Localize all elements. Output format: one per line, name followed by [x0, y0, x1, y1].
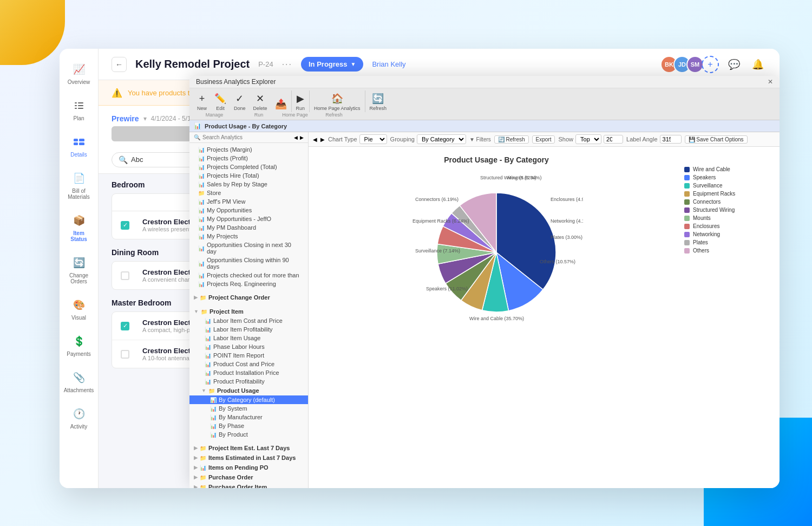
tree-item-by-system[interactable]: 📊 By System [189, 404, 308, 413]
export-button[interactable]: Export [532, 135, 555, 144]
sidebar-nav-prev[interactable]: ◀ [294, 135, 298, 140]
product-usage-label-bar: 📊 Product Usage - By Category [189, 120, 780, 132]
tree-header-items-pending[interactable]: ▶ 📊 Items on Pending PO [189, 463, 308, 472]
legend-label-networking: Networking [693, 231, 720, 237]
payments-icon: 💲 [71, 334, 87, 349]
tree-item-opp-90[interactable]: 📊 Opportunities Closing within 90 days [189, 256, 308, 271]
legend-label-mounts: Mounts [693, 215, 711, 221]
pie-container: Product Usage - By Category Enclosures (… [317, 155, 676, 479]
tree-item-sales[interactable]: 📊 Sales by Rep by Stage [189, 180, 308, 189]
row-checkbox-3[interactable]: ✓ [121, 322, 129, 330]
tree-header-purchase-order[interactable]: ▶ 📁 Purchase Order [189, 472, 308, 482]
tree-item-hire[interactable]: 📊 Projects Hire (Total) [189, 171, 308, 180]
status-badge[interactable]: In Progress ▼ [301, 57, 363, 72]
tree-item-labor-cost[interactable]: 📊 Labor Item Cost and Price [189, 316, 308, 325]
tree-header-purchase-order-item[interactable]: ▶ 📁 Purchase Order Item [189, 482, 308, 488]
add-avatar-button[interactable]: + [702, 56, 719, 73]
tree-item-labor-usage[interactable]: 📊 Labor Item Usage [189, 334, 308, 342]
sidebar-item-visual[interactable]: 🎨 Visual [63, 293, 95, 325]
tree-item-product-cost[interactable]: 📊 Product Cost and Price [189, 360, 308, 368]
alert-icon: ⚠️ [112, 88, 122, 98]
toolbar-sep-1 [291, 90, 292, 112]
tree-item-product-profit[interactable]: 📊 Product Profitability [189, 377, 308, 386]
row-checkbox-4[interactable] [121, 350, 129, 359]
share-icon: 📤 [275, 98, 287, 110]
row-checkbox-1[interactable]: ✓ [121, 221, 129, 230]
sidebar-search-input[interactable] [202, 134, 292, 140]
chart-type-select[interactable]: Pie Bar Line [359, 134, 387, 144]
tree-header-proj-item-est[interactable]: ▶ 📁 Project Item Est. Last 7 Days [189, 443, 308, 453]
tree-item-proj-req[interactable]: 📊 Projects Req. Engineering [189, 280, 308, 288]
more-button[interactable]: ··· [282, 60, 292, 69]
toolbar-homepage-analytics[interactable]: 🏠 Home Page Analytics [311, 92, 364, 112]
toolbar-delete[interactable]: ✕ Delete [250, 92, 271, 112]
refresh-chart-button[interactable]: 🔄 Refresh [494, 135, 529, 144]
tree-header-product-usage[interactable]: ▼ 📁 Product Usage [189, 386, 308, 395]
chart-nav-prev[interactable]: ◀ [313, 137, 317, 142]
sidebar-item-change-orders[interactable]: 🔄 Change Orders [63, 251, 95, 289]
tree-item-opp-30[interactable]: 📊 Opportunities Closing in next 30 day [189, 241, 308, 256]
tree-header-change-order[interactable]: ▶ 📁 Project Change Order [189, 293, 308, 302]
legend-plates: Plates [684, 239, 771, 245]
label-angle-input[interactable] [660, 135, 682, 144]
tree-item-store[interactable]: 📁 Store [189, 189, 308, 197]
sidebar-item-payments[interactable]: 💲 Payments [63, 329, 95, 361]
visual-label: Visual [71, 315, 86, 321]
sidebar-item-item-status[interactable]: 📦 Item Status [63, 209, 95, 246]
tree-item-pm-view[interactable]: 📊 Jeff's PM View [189, 197, 308, 206]
toolbar-refresh[interactable]: 🔄 Refresh [366, 92, 390, 112]
tree-item-pm-dashboard[interactable]: 📊 My PM Dashboard [189, 223, 308, 232]
chat-button[interactable]: 💬 [725, 56, 743, 73]
row-checkbox-2[interactable] [121, 271, 129, 280]
grouping-select[interactable]: By Category [417, 134, 466, 144]
prewire-label[interactable]: Prewire [112, 114, 139, 123]
sidebar-item-bom[interactable]: 📄 Bill of Materials [63, 166, 95, 204]
tree-header-project-item[interactable]: ▼ 📁 Project Item [189, 307, 308, 316]
show-select[interactable]: Top [575, 134, 601, 144]
manage-label: Manage [194, 112, 235, 118]
toolbar-new[interactable]: + New [194, 92, 210, 112]
tree-item-proj-checked[interactable]: 📊 Projects checked out for more than [189, 271, 308, 280]
sidebar-nav-next[interactable]: ▶ [300, 135, 304, 140]
analytics-close-button[interactable]: ✕ [768, 78, 773, 86]
sidebar-item-attachments[interactable]: 📎 Attachments [63, 366, 95, 398]
tree-item-margin[interactable]: 📊 Projects (Margin) [189, 145, 308, 154]
sidebar-item-plan[interactable]: Plan [63, 94, 95, 126]
tree-item-completed[interactable]: 📊 Projects Completed (Total) [189, 163, 308, 171]
back-button[interactable]: ← [112, 57, 127, 72]
tree-item-phase-labor[interactable]: 📊 Phase Labor Hours [189, 342, 308, 351]
chart-nav-next[interactable]: ▶ [320, 137, 325, 142]
assignee-link[interactable]: Brian Kelly [372, 60, 405, 68]
grouping-group: Grouping By Category [390, 134, 466, 144]
tree-item-profit[interactable]: 📊 Projects (Profit) [189, 154, 308, 163]
toolbar-done[interactable]: ✓ Done [231, 92, 249, 112]
bom-label: Bill of Materials [66, 188, 92, 200]
tree-header-items-est[interactable]: ▶ 📁 Items Estimated in Last 7 Days [189, 453, 308, 463]
notification-button[interactable]: 🔔 [749, 56, 767, 73]
chart-type-label: Chart Type [328, 136, 357, 142]
chart-legend: Wire and Cable Speakers Surveillance [684, 155, 771, 479]
tree-section-more: ▶ 📁 Project Item Est. Last 7 Days ▶ 📁 It… [189, 441, 308, 488]
tree-item-product-install[interactable]: 📊 Product Installation Price [189, 368, 308, 377]
tree-item-by-category[interactable]: 📊 By Category (default) [189, 395, 308, 404]
sidebar-item-details[interactable]: Details [63, 130, 95, 162]
tree-item-by-manufacturer[interactable]: 📊 By Manufacturer [189, 413, 308, 421]
tree-item-by-phase[interactable]: 📊 By Phase [189, 421, 308, 430]
tree-item-by-product[interactable]: 📊 By Product [189, 430, 308, 439]
save-chart-button[interactable]: 💾 Save Chart Options [685, 135, 748, 144]
tree-item-my-projects[interactable]: 📊 My Projects [189, 232, 308, 241]
search-input[interactable] [131, 155, 185, 164]
tree-item-opportunities[interactable]: 📊 My Opportunities [189, 206, 308, 215]
sidebar-item-overview[interactable]: 📈 Overview [63, 57, 95, 89]
tree-item-opp-jeffo[interactable]: 📊 My Opportunities - JeffO [189, 215, 308, 223]
toolbar-run[interactable]: ▶ Run [293, 92, 309, 112]
analytics-titlebar: Business Analytics Explorer ✕ [189, 76, 780, 88]
show-count-input[interactable] [604, 135, 623, 144]
tree-item-labor-profit[interactable]: 📊 Labor Item Profitability [189, 325, 308, 334]
toolbar-share[interactable]: 📤 [272, 97, 290, 112]
tree-item-point-report[interactable]: 📊 POINT Item Report [189, 351, 308, 360]
home-page-label: Home Page [271, 112, 319, 118]
sidebar-item-activity[interactable]: 🕐 Activity [63, 402, 95, 434]
top-bar-right: BK JD SM + 💬 🔔 [660, 56, 767, 73]
toolbar-edit[interactable]: ✏️ Edit [211, 92, 230, 112]
